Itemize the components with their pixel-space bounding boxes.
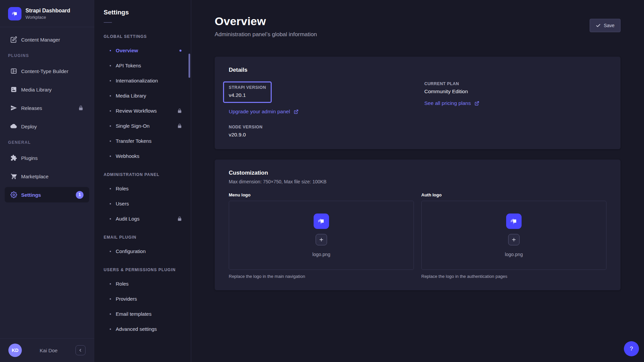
upgrade-admin-panel-link[interactable]: Upgrade your admin panel	[229, 109, 299, 115]
settings-item-api-tokens[interactable]: API Tokens	[94, 58, 191, 73]
settings-item-email-templates[interactable]: Email templates	[94, 306, 191, 321]
details-left-column: STRAPI VERSION v4.20.1 Upgrade your admi…	[229, 81, 411, 138]
current-plan-field: CURRENT PLAN Community Edition	[424, 81, 606, 95]
bullet-icon	[110, 188, 111, 189]
bullet-icon	[110, 95, 111, 97]
settings-item-label: Media Library	[116, 93, 146, 99]
nav-item-label: Marketplace	[21, 174, 84, 179]
nav-item-label: Settings	[21, 192, 72, 198]
settings-item-audit-logs[interactable]: Audit Logs	[94, 211, 191, 226]
section-administration-panel: ADMINISTRATION PANEL	[94, 172, 191, 177]
nav-item-media-library[interactable]: Media Library	[5, 82, 89, 97]
upgrade-link-label: Upgrade your admin panel	[229, 109, 290, 115]
bullet-icon	[110, 80, 111, 81]
brand-subtitle: Workplace	[25, 15, 70, 20]
bullet-icon	[110, 283, 111, 285]
save-button-label: Save	[604, 23, 614, 28]
settings-item-roles-up[interactable]: Roles	[94, 276, 191, 291]
nav-item-releases[interactable]: Releases	[5, 100, 89, 116]
settings-item-review-workflows[interactable]: Review Workflows	[94, 103, 191, 118]
title-divider	[104, 22, 112, 23]
nav-item-content-type-builder[interactable]: Content-Type Builder	[5, 63, 89, 79]
current-plan-label: CURRENT PLAN	[424, 81, 606, 86]
settings-item-label: Roles	[116, 186, 128, 191]
strapi-logo-icon	[506, 214, 522, 229]
settings-item-users[interactable]: Users	[94, 196, 191, 211]
settings-nav-title: Settings	[94, 9, 191, 16]
settings-item-single-sign-on[interactable]: Single Sign-On	[94, 118, 191, 133]
settings-item-advanced-settings[interactable]: Advanced settings	[94, 321, 191, 337]
nav-item-marketplace[interactable]: Marketplace	[5, 169, 89, 184]
settings-item-media-library[interactable]: Media Library	[94, 88, 191, 103]
menu-logo-block: Menu logo logo.png Replace the logo	[229, 192, 414, 279]
bullet-icon	[110, 251, 111, 252]
settings-item-configuration[interactable]: Configuration	[94, 244, 191, 259]
add-logo-button[interactable]	[316, 234, 327, 245]
settings-item-label: Overview	[116, 48, 138, 53]
page-header-text: Overview Administration panel’s global i…	[215, 15, 317, 38]
nav-item-deploy[interactable]: Deploy	[5, 119, 89, 134]
logo-grid: Menu logo logo.png Replace the logo	[229, 192, 606, 279]
lock-icon	[177, 123, 182, 128]
settings-item-overview[interactable]: Overview	[94, 43, 191, 58]
settings-item-webhooks[interactable]: Webhooks	[94, 148, 191, 164]
menu-logo-upload-box[interactable]: logo.png	[229, 201, 414, 270]
auth-logo-upload-box[interactable]: logo.png	[421, 201, 606, 270]
settings-item-label: Roles	[116, 281, 128, 287]
details-card-title: Details	[229, 67, 606, 73]
scrollbar-thumb[interactable]	[189, 54, 190, 78]
bullet-icon	[110, 50, 111, 51]
help-button[interactable]: ?	[624, 341, 639, 356]
customization-card-title: Customization	[229, 170, 606, 176]
user-avatar[interactable]: KD	[8, 344, 22, 357]
collapse-sidebar-button[interactable]	[75, 345, 86, 355]
page-header: Overview Administration panel’s global i…	[215, 15, 621, 38]
nav-section-general: GENERAL	[8, 140, 86, 145]
settings-item-transfer-tokens[interactable]: Transfer Tokens	[94, 133, 191, 148]
nav-item-label: Releases	[21, 105, 74, 111]
nav-item-settings[interactable]: Settings 1	[5, 187, 89, 202]
nav-item-plugins[interactable]: Plugins	[5, 150, 89, 166]
bullet-icon	[110, 140, 111, 142]
details-grid: STRAPI VERSION v4.20.1 Upgrade your admi…	[229, 81, 606, 138]
workplace-switcher[interactable]: Strapi Dashboard Workplace	[0, 0, 94, 27]
settings-item-label: Webhooks	[116, 153, 140, 159]
section-users-permissions-plugin: USERS & PERMISSIONS PLUGIN	[94, 267, 191, 272]
add-logo-button[interactable]	[508, 234, 520, 245]
strapi-version-value: v4.20.1	[229, 92, 266, 98]
page-subtitle: Administration panel’s global informatio…	[215, 31, 317, 38]
lock-icon	[78, 105, 84, 111]
bullet-icon	[110, 65, 111, 66]
gear-icon	[10, 191, 17, 198]
current-plan-value: Community Edition	[424, 88, 606, 95]
auth-logo-block: Auth logo logo.png Replace the logo	[421, 192, 606, 279]
nav-item-content-manager[interactable]: Content Manager	[5, 32, 89, 47]
settings-item-roles-admin[interactable]: Roles	[94, 181, 191, 196]
paper-plane-icon	[10, 105, 17, 111]
pricing-plans-link[interactable]: See all pricing plans	[424, 100, 479, 106]
settings-item-providers[interactable]: Providers	[94, 291, 191, 306]
customization-constraints: Max dimension: 750×750, Max file size: 1…	[229, 179, 606, 184]
bullet-icon	[110, 218, 111, 220]
auth-logo-caption: Replace the logo in the authentication p…	[421, 274, 606, 279]
settings-nav: Settings GLOBAL SETTINGS Overview API To…	[94, 0, 191, 362]
save-button[interactable]: Save	[590, 19, 621, 32]
auth-logo-filename: logo.png	[505, 252, 523, 257]
menu-logo-label: Menu logo	[229, 192, 414, 197]
lock-icon	[177, 216, 182, 221]
nav-item-label: Content Manager	[21, 37, 84, 43]
auth-logo-label: Auth logo	[421, 192, 606, 197]
image-icon	[10, 86, 17, 93]
edit-pen-icon	[10, 36, 17, 43]
strapi-version-label: STRAPI VERSION	[229, 85, 266, 90]
settings-item-label: API Tokens	[116, 63, 141, 68]
check-icon	[596, 23, 601, 28]
cloud-icon	[10, 123, 17, 130]
nav-section-plugins: PLUGINS	[8, 53, 86, 58]
section-global-settings: GLOBAL SETTINGS	[94, 34, 191, 39]
nav-item-label: Media Library	[21, 87, 84, 93]
user-area: KD Kai Doe	[0, 338, 94, 362]
node-version-value: v20.9.0	[229, 132, 411, 138]
settings-item-internationalization[interactable]: Internationalization	[94, 73, 191, 88]
strapi-version-highlight: STRAPI VERSION v4.20.1	[223, 81, 272, 103]
